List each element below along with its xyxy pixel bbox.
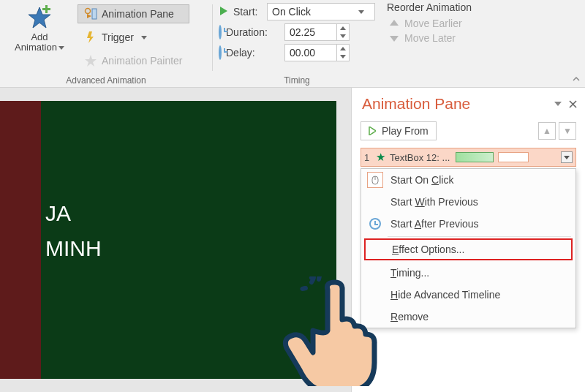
start-dropdown-caret[interactable] xyxy=(355,8,367,16)
start-input[interactable] xyxy=(268,6,355,18)
reorder-title: Reorder Animation xyxy=(387,1,514,13)
blank-icon xyxy=(367,309,383,325)
blank-icon xyxy=(367,265,383,281)
animation-pane-ribbon-label: Animation Pane xyxy=(102,8,174,20)
ctx-start-on-click-label: Start On Click xyxy=(390,174,453,186)
trigger-icon xyxy=(84,31,97,44)
pane-close-button[interactable] xyxy=(567,99,578,109)
duration-spin-up[interactable] xyxy=(337,24,349,32)
animation-list-item[interactable]: 1 ★ TextBox 12: ... xyxy=(361,148,576,167)
svg-marker-16 xyxy=(554,102,562,106)
svg-marker-6 xyxy=(87,31,94,43)
anim-index: 1 xyxy=(364,152,371,163)
blank-icon xyxy=(367,287,383,303)
pane-title: Animation Pane xyxy=(362,95,470,113)
ctx-start-with-previous[interactable]: Start With Previous xyxy=(361,191,575,213)
svg-marker-10 xyxy=(340,26,346,30)
svg-rect-2 xyxy=(42,8,50,10)
svg-marker-11 xyxy=(340,34,346,38)
add-animation-icon xyxy=(26,4,53,31)
delay-icon xyxy=(219,47,222,59)
add-animation-label2: Animation xyxy=(15,42,57,53)
svg-marker-14 xyxy=(390,20,399,26)
slide[interactable]: JA MINH xyxy=(0,101,336,379)
delay-input[interactable] xyxy=(285,47,336,59)
ctx-hide-advanced-timeline[interactable]: Hide Advanced Timeline xyxy=(361,284,575,306)
ctx-hide-advanced-label: Hide Advanced Timeline xyxy=(390,289,500,301)
svg-marker-7 xyxy=(85,55,97,67)
animation-pane: Animation Pane Play From ▲ ▼ 1 ★ TextBox… xyxy=(351,88,585,392)
collapse-ribbon-icon[interactable] xyxy=(572,75,581,84)
add-animation-label1: Add xyxy=(31,31,48,42)
entrance-star-icon: ★ xyxy=(376,151,385,164)
blank-icon xyxy=(367,194,383,210)
duration-spin-down[interactable] xyxy=(337,32,349,40)
anim-track-bg xyxy=(498,152,529,162)
animation-painter-button[interactable]: Animation Painter xyxy=(78,51,189,70)
move-earlier-label: Move Earlier xyxy=(404,18,462,29)
trigger-label: Trigger xyxy=(102,31,134,43)
svg-marker-13 xyxy=(340,55,346,59)
slide-line1: JA xyxy=(45,201,71,225)
slide-area: JA MINH xyxy=(0,88,351,392)
slide-text: JA MINH xyxy=(41,101,102,379)
move-later-button[interactable]: Move Later xyxy=(387,31,514,45)
ctx-start-on-click[interactable]: Start On Click xyxy=(361,169,575,191)
svg-marker-20 xyxy=(564,156,570,159)
delay-spin-down[interactable] xyxy=(337,53,349,61)
ctx-remove-label: Remove xyxy=(390,311,429,323)
svg-marker-12 xyxy=(340,47,346,50)
ctx-timing-label: Timing... xyxy=(390,267,429,279)
play-icon xyxy=(369,127,376,135)
anim-item-dropdown-button[interactable] xyxy=(561,151,573,163)
anim-target-name: TextBox 12: ... xyxy=(390,152,450,163)
ribbon-group-timing: Start: Duration: Delay: xyxy=(213,0,381,87)
duration-input[interactable] xyxy=(285,26,336,38)
svg-point-3 xyxy=(86,9,91,14)
trigger-button[interactable]: Trigger xyxy=(78,28,189,47)
anim-duration-bar xyxy=(456,152,494,162)
svg-marker-9 xyxy=(358,10,364,14)
svg-marker-19 xyxy=(369,127,376,135)
ctx-start-after-previous-label: Start After Previous xyxy=(390,218,479,230)
ctx-timing[interactable]: Timing... xyxy=(361,262,575,284)
ctx-effect-options[interactable]: Effect Options... xyxy=(364,238,573,260)
blank-icon xyxy=(369,241,385,257)
slide-left-band xyxy=(0,101,41,379)
duration-label: Duration: xyxy=(226,26,280,38)
ribbon-group-reorder: Reorder Animation Move Earlier Move Late… xyxy=(381,0,520,87)
ctx-start-with-previous-label: Start With Previous xyxy=(390,196,478,208)
clock-icon xyxy=(367,216,383,232)
play-from-button[interactable]: Play From xyxy=(361,121,437,140)
play-from-label: Play From xyxy=(382,125,429,137)
chevron-down-icon xyxy=(390,34,399,42)
slide-line2: MINH xyxy=(45,236,102,260)
move-down-button[interactable]: ▼ xyxy=(559,122,576,140)
svg-marker-8 xyxy=(220,7,227,15)
animation-painter-label: Animation Painter xyxy=(102,55,183,67)
delay-field[interactable] xyxy=(284,44,350,61)
ribbon-group-advanced-animation: AddAnimation Animation Pane Trigger Anim… xyxy=(0,0,212,87)
start-field[interactable] xyxy=(267,3,375,20)
ctx-remove[interactable]: Remove xyxy=(361,306,575,328)
pane-menu-caret[interactable] xyxy=(553,99,563,109)
mouse-click-icon xyxy=(367,172,383,188)
delay-label: Delay: xyxy=(226,47,280,59)
animation-pane-icon xyxy=(84,7,97,20)
add-animation-button[interactable]: AddAnimation xyxy=(6,3,73,87)
chevron-up-icon xyxy=(390,20,399,27)
start-play-icon xyxy=(219,6,229,18)
svg-rect-5 xyxy=(92,9,97,19)
svg-marker-15 xyxy=(390,36,399,42)
start-label: Start: xyxy=(233,6,263,18)
delay-spin-up[interactable] xyxy=(337,45,349,53)
animation-pane-ribbon-button[interactable]: Animation Pane xyxy=(78,4,189,23)
animation-painter-icon xyxy=(84,54,97,67)
anim-context-menu: Start On Click Start With Previous Start… xyxy=(361,168,576,328)
move-earlier-button[interactable]: Move Earlier xyxy=(387,16,514,31)
ctx-effect-options-label: Effect Options... xyxy=(392,244,464,255)
duration-field[interactable] xyxy=(284,23,350,41)
ctx-start-after-previous[interactable]: Start After Previous xyxy=(361,213,575,235)
move-up-button[interactable]: ▲ xyxy=(538,122,556,140)
svg-marker-4 xyxy=(87,14,91,18)
